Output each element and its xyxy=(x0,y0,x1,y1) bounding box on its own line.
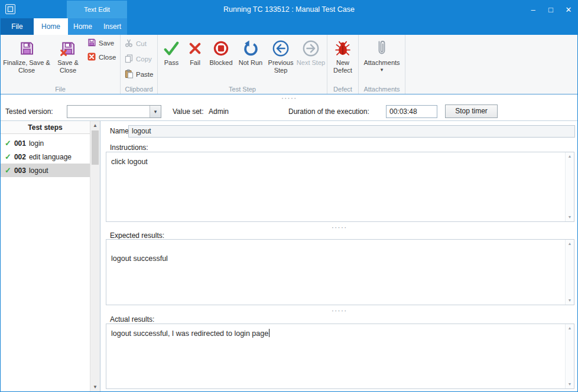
check-icon: ✓ xyxy=(5,152,11,161)
paperclip-icon xyxy=(374,38,389,58)
step-editor: Name: logout Instructions: click logout … xyxy=(101,121,577,391)
save-button[interactable]: Save xyxy=(85,36,119,50)
contextual-tab-group-header: Text Edit xyxy=(67,1,127,18)
not-run-button[interactable]: Not Run xyxy=(236,36,265,67)
ribbon: Finalize, Save & Close Save & Close Save… xyxy=(1,35,577,94)
list-item-step-003-selected[interactable]: ✓ 003 logout xyxy=(1,164,90,177)
scroll-down-icon[interactable]: ▼ xyxy=(566,381,574,388)
stop-timer-button[interactable]: Stop timer xyxy=(445,104,498,118)
content-area: Test steps ✓ 001 login ✓ 002 edit langua… xyxy=(1,121,577,391)
new-defect-button[interactable]: New Defect xyxy=(329,36,357,74)
group-label-defect: Defect xyxy=(327,86,358,93)
expected-scrollbar[interactable]: ▲ ▼ xyxy=(565,240,574,305)
tested-version-combobox[interactable]: ▾ xyxy=(67,105,161,118)
expected-splitter-handle[interactable]: ····· xyxy=(101,307,577,315)
group-label-attachments: Attachments xyxy=(359,86,405,93)
close-small-icon xyxy=(87,52,96,63)
attachments-button[interactable]: Attachments ▾ xyxy=(360,36,404,72)
button-label: Close xyxy=(99,54,116,61)
actual-results-value: logout successful, I was redirected to l… xyxy=(111,329,268,338)
ribbon-group-attachments: Attachments ▾ Attachments xyxy=(359,35,405,94)
button-label: Previous Step xyxy=(265,59,296,74)
value-set-value: Admin xyxy=(209,107,229,116)
button-label: Not Run xyxy=(236,59,265,67)
check-icon: ✓ xyxy=(5,166,11,175)
button-label: Save & Close xyxy=(51,59,85,74)
actual-results-textarea[interactable]: logout successful, I was redirected to l… xyxy=(106,324,574,389)
dropdown-caret-icon[interactable]: ▾ xyxy=(381,67,384,72)
instructions-text: click logout xyxy=(111,157,561,166)
list-item-step-001[interactable]: ✓ 001 login xyxy=(1,136,90,150)
test-steps-list: ✓ 001 login ✓ 002 edit language ✓ 003 lo… xyxy=(1,136,90,391)
file-small-buttons: Save Close xyxy=(85,36,119,64)
step-label: logout xyxy=(29,166,48,175)
name-input[interactable]: logout xyxy=(128,125,575,138)
button-label: Fail xyxy=(184,59,206,67)
step-number: 001 xyxy=(14,139,26,148)
scroll-up-icon[interactable]: ▲ xyxy=(566,153,574,160)
tab-file[interactable]: File xyxy=(1,18,34,35)
not-run-undo-icon xyxy=(242,38,259,58)
scroll-up-icon[interactable]: ▲ xyxy=(566,240,574,247)
next-step-button: Next Step xyxy=(296,36,326,67)
ribbon-group-file: Finalize, Save & Close Save & Close Save… xyxy=(1,35,121,94)
instructions-splitter-handle[interactable]: ····· xyxy=(101,224,577,231)
copy-icon xyxy=(124,54,134,64)
close-window-button[interactable]: ✕ xyxy=(560,1,577,18)
button-label: Save xyxy=(99,40,114,47)
maximize-button[interactable]: □ xyxy=(542,1,560,18)
save-close-icon xyxy=(60,38,76,58)
text-caret xyxy=(269,329,269,337)
group-label-test-step: Test Step xyxy=(158,86,327,93)
instructions-scrollbar[interactable]: ▲ ▼ xyxy=(565,152,574,221)
button-label: Finalize, Save & Close xyxy=(2,59,51,74)
blocked-button[interactable]: Blocked xyxy=(206,36,236,67)
step-number: 002 xyxy=(14,153,26,161)
finalize-save-close-button[interactable]: Finalize, Save & Close xyxy=(2,36,51,74)
actual-scrollbar[interactable]: ▲ ▼ xyxy=(565,324,574,388)
minimize-button[interactable]: – xyxy=(524,1,542,18)
tab-contextual-home[interactable]: Home xyxy=(68,18,98,35)
ribbon-group-defect: New Defect Defect xyxy=(327,35,359,94)
paste-button[interactable]: Paste xyxy=(122,67,156,82)
expected-results-textarea[interactable]: logout successful ▲ ▼ xyxy=(106,239,574,305)
list-item-step-002[interactable]: ✓ 002 edit language xyxy=(1,150,90,164)
duration-label: Duration of the execution: xyxy=(288,107,369,116)
ribbon-splitter-handle[interactable]: ····· xyxy=(1,94,577,102)
actual-results-text: logout successful, I was redirected to l… xyxy=(111,329,561,338)
save-small-icon xyxy=(87,38,96,48)
combobox-dropdown-icon[interactable]: ▾ xyxy=(150,106,161,117)
manual-test-case-window: Running TC 133512 : Manual Test Case Tex… xyxy=(0,0,578,392)
close-button[interactable]: Close xyxy=(85,50,119,64)
save-and-close-button[interactable]: Save & Close xyxy=(51,36,85,74)
expected-results-label: Expected results: xyxy=(110,231,164,240)
scroll-down-icon[interactable]: ▼ xyxy=(566,214,574,221)
tab-home-selected[interactable]: Home xyxy=(34,18,68,35)
fail-x-icon xyxy=(187,38,203,58)
clipboard-icon xyxy=(124,69,134,80)
clipboard-buttons: Cut Copy Paste xyxy=(122,36,156,82)
blocked-stop-icon xyxy=(212,38,230,58)
scroll-down-icon[interactable]: ▼ xyxy=(90,383,100,391)
step-number: 003 xyxy=(14,166,26,175)
save-icon xyxy=(18,38,35,58)
scroll-down-icon[interactable]: ▼ xyxy=(566,297,574,304)
duration-input[interactable]: 00:03:48 xyxy=(386,105,437,118)
button-label: Cut xyxy=(136,40,147,47)
previous-arrow-icon xyxy=(272,38,290,58)
value-set-label: Value set: xyxy=(173,107,203,116)
scrollbar-thumb[interactable] xyxy=(92,130,99,165)
steps-scrollbar[interactable]: ▲ ▼ xyxy=(90,121,100,391)
actual-results-label: Actual results: xyxy=(110,315,154,324)
scroll-up-icon[interactable]: ▲ xyxy=(90,121,100,130)
tab-contextual-insert[interactable]: Insert xyxy=(98,18,127,35)
group-label-clipboard: Clipboard xyxy=(121,86,157,93)
test-steps-panel: Test steps ✓ 001 login ✓ 002 edit langua… xyxy=(1,121,100,391)
pass-button[interactable]: Pass xyxy=(159,36,184,67)
scroll-up-icon[interactable]: ▲ xyxy=(566,325,574,332)
fail-button[interactable]: Fail xyxy=(184,36,206,67)
ribbon-tab-row: File Home Home Insert xyxy=(1,18,577,35)
tested-version-label: Tested version: xyxy=(5,107,53,116)
instructions-textarea[interactable]: click logout ▲ ▼ xyxy=(106,152,574,222)
previous-step-button[interactable]: Previous Step xyxy=(265,36,296,74)
